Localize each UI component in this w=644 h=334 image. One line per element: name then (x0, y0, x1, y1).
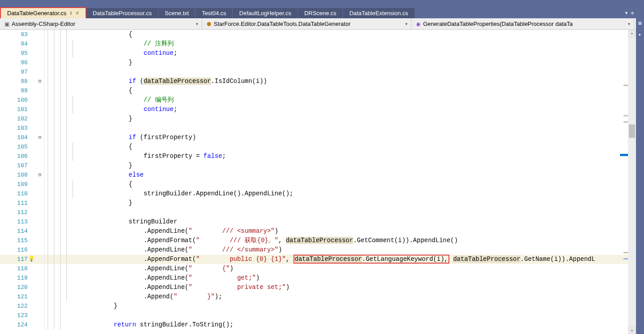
line-number: 104 (0, 133, 36, 142)
code-text (82, 311, 84, 320)
comment-text: // 编号列 (143, 96, 173, 103)
tab-label: Scene.txt (165, 10, 189, 16)
code-text: stringBuilder.ToString(); (136, 321, 233, 328)
keyword: if (129, 134, 136, 141)
side-toolbar: ⊞ ▸ (636, 7, 644, 334)
line-number: 93 (0, 30, 36, 39)
tab-test04[interactable]: Test04.cs (196, 8, 233, 18)
line-number: 115 (0, 236, 36, 245)
code-text: } (82, 301, 118, 311)
scroll-up-icon[interactable]: ▴ (628, 31, 636, 36)
scroll-down-icon[interactable]: ▾ (628, 328, 636, 333)
method-label: GenerateDataTableProperties(DataTablePro… (423, 21, 573, 27)
properties-icon[interactable]: ▸ (638, 31, 641, 38)
scroll-thumb[interactable] (629, 124, 635, 138)
caret-marker (620, 154, 628, 156)
tab-defaultloghelper[interactable]: DefaultLogHelper.cs (233, 8, 298, 18)
tab-datatableprocessor[interactable]: DataTableProcessor.cs (86, 8, 159, 18)
tab-drscene[interactable]: DRScene.cs (298, 8, 343, 18)
code-text: ; (222, 153, 226, 160)
code-text: ); (215, 293, 222, 300)
code-text: } (82, 161, 132, 170)
code-text: stringBuilder (82, 217, 177, 227)
toolbox-icon[interactable]: ⊞ (638, 20, 641, 27)
keyword: false (204, 153, 222, 160)
code-text: .AppendLine( (84, 227, 188, 235)
string-literal: " /// <summary>" (188, 227, 274, 235)
code-text: .AppendLine( (84, 246, 188, 253)
line-number: 114 (0, 227, 36, 236)
code-text: { (82, 142, 132, 152)
code-text: { (82, 86, 132, 95)
code-text: ) (286, 284, 289, 291)
string-literal: " private set;" (188, 284, 285, 291)
class-selector[interactable]: ⬢ StarForce.Editor.DataTableTools.DataTa… (202, 18, 412, 29)
code-text: .AppendFormat( (84, 256, 196, 263)
code-text: stringBuilder.AppendLine().AppendLine(); (82, 189, 293, 198)
class-icon: ⬢ (206, 21, 212, 27)
method-selector[interactable]: ◉ GenerateDataTableProperties(DataTableP… (412, 18, 634, 29)
code-text: .AppendLine( (84, 265, 188, 272)
titlebar (0, 0, 644, 7)
method-icon: ◉ (415, 21, 421, 27)
line-number: 117💡 (0, 255, 36, 264)
fold-toggle[interactable]: ⊟ (38, 78, 41, 84)
fold-toggle[interactable]: ⊟ (38, 172, 41, 177)
line-number: 121 (0, 292, 36, 301)
highlighted-box: dataTableProcessor.GetLanguageKeyword(i)… (293, 255, 449, 264)
code-text: .Append( (84, 293, 174, 300)
class-label: StarForce.Editor.DataTableTools.DataTabl… (214, 21, 351, 27)
lightbulb-icon[interactable]: 💡 (28, 255, 35, 264)
line-number: 102 (0, 114, 36, 124)
keyword: else (129, 171, 144, 178)
highlighted-identifier: dataTableProcessor (143, 78, 211, 85)
code-text: , (286, 256, 293, 263)
line-number: 103 (0, 124, 36, 133)
line-number: 110 (0, 189, 36, 198)
tab-datatableextension[interactable]: DataTableExtension.cs (343, 8, 415, 18)
line-number: 96 (0, 58, 36, 67)
code-text (84, 321, 114, 328)
tab-scene[interactable]: Scene.txt (159, 8, 196, 18)
pin-icon: ⥏ (69, 11, 73, 16)
vertical-scrollbar[interactable]: ▴ ▾ (628, 30, 636, 334)
close-icon[interactable]: ✕ (75, 10, 79, 16)
project-icon: ▣ (4, 21, 10, 27)
code-text: ) (278, 246, 282, 253)
code-text: .AppendLine( (84, 284, 188, 291)
code-text (84, 171, 129, 178)
keyword: if (129, 78, 136, 85)
string-literal: " get;" (188, 274, 256, 281)
line-number: 100 (0, 95, 36, 105)
tab-bar: DataTableGenerator.cs ⥏ ✕ DataTableProce… (0, 7, 644, 18)
line-number: 123 (0, 311, 36, 320)
overflow-icon[interactable]: ▾ (625, 9, 628, 16)
code-text: } (82, 198, 132, 208)
code-text: , (278, 237, 286, 244)
code-text (84, 106, 143, 113)
tab-datatablegenerator[interactable]: DataTableGenerator.cs ⥏ ✕ (0, 7, 86, 18)
code-text (84, 40, 143, 47)
line-number: 98 (0, 77, 36, 86)
code-text: .GetComment(i)).AppendLine() (353, 237, 458, 244)
fold-toggle[interactable]: ⊟ (38, 135, 41, 140)
code-text: { (82, 30, 132, 39)
line-number: 101 (0, 105, 36, 114)
code-text: .AppendLine( (84, 274, 188, 281)
overview-ruler[interactable] (624, 30, 628, 334)
tab-label: DataTableExtension.cs (349, 10, 408, 16)
code-editor[interactable]: 93 { 94 // 注释列 95 continue; 96 } 97 98⊟ … (0, 30, 644, 334)
highlighted-identifier: dataTableProcessor (286, 237, 353, 244)
line-number: 94 (0, 39, 36, 49)
highlighted-identifier: dataTableProcessor (453, 256, 520, 263)
code-text: } (82, 114, 132, 124)
keyword: continue (143, 49, 173, 57)
code-text: ) (230, 265, 233, 272)
line-number: 112 (0, 208, 36, 217)
code-text (84, 134, 129, 141)
project-selector[interactable]: ▣ Assembly-CSharp-Editor ▾ (0, 18, 202, 29)
tab-label: Test04.cs (202, 10, 226, 16)
code-text: ( (136, 78, 144, 85)
code-text (82, 124, 84, 133)
promote-tab-icon[interactable]: ✳ (631, 9, 634, 16)
